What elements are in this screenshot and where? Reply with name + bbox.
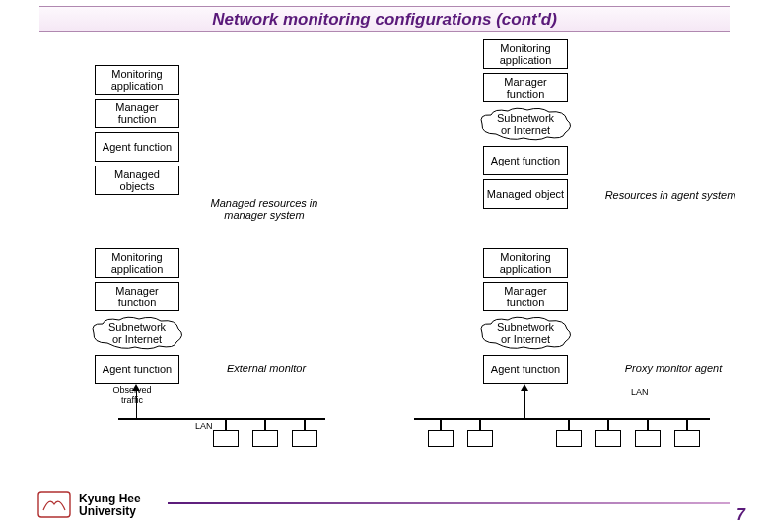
lb-lan-node-2	[252, 430, 278, 447]
lb-manager-function: Manager function	[95, 282, 179, 311]
rt-subnet-label: Subnetwork or Internet	[497, 112, 554, 136]
rb-agent-function: Agent function	[483, 355, 568, 384]
lt-manager-function: Manager function	[95, 99, 179, 128]
label-external-monitor: External monitor	[207, 363, 325, 374]
footer-divider	[168, 502, 730, 504]
label-resources-agent: Resources in agent system	[592, 189, 749, 201]
rb-lan-tick-5	[647, 418, 649, 430]
rb-lan-tick-2	[479, 418, 481, 430]
lb-lan-node-1	[213, 430, 239, 447]
rb-lan-node-4	[595, 430, 621, 447]
lb-monitoring-application: Monitoring application	[95, 248, 179, 278]
rb-monitoring-application: Monitoring application	[483, 248, 568, 278]
rt-agent-function: Agent function	[483, 146, 568, 175]
page-number: 7	[736, 506, 745, 524]
lt-agent-function: Agent function	[95, 132, 179, 162]
label-managed-resources: Managed resources in manager system	[195, 197, 333, 221]
rt-monitoring-application: Monitoring application	[483, 39, 568, 69]
rt-subnet-cloud: Subnetwork or Internet	[475, 106, 576, 142]
slide-title: Network monitoring configurations (cont'…	[39, 6, 730, 32]
lb-lan-label: LAN	[195, 422, 213, 432]
lt-managed-objects: Managed objects	[95, 166, 179, 195]
lb-lan-tick-3	[304, 418, 306, 430]
rb-lan-label: LAN	[631, 388, 649, 398]
rb-subnet-cloud: Subnetwork or Internet	[475, 315, 576, 351]
rb-lan-tick-3	[568, 418, 570, 430]
lb-lan-node-3	[292, 430, 317, 447]
rb-lan-bus	[414, 418, 710, 420]
rb-lan-node-6	[674, 430, 700, 447]
rt-manager-function: Manager function	[483, 73, 568, 102]
rb-lan-tick-4	[607, 418, 609, 430]
rb-lan-node-5	[635, 430, 661, 447]
lt-monitoring-application: Monitoring application	[95, 65, 179, 95]
university-logo-icon	[37, 491, 71, 518]
lb-lan-bus	[118, 418, 325, 420]
rb-lan-tick-1	[440, 418, 442, 430]
rb-lan-node-3	[556, 430, 582, 447]
lb-agent-function: Agent function	[95, 355, 179, 384]
university-name: Kyung Hee University	[79, 493, 141, 518]
rb-lan-tick-6	[686, 418, 688, 430]
lb-lan-tick-1	[225, 418, 227, 430]
label-proxy-monitor: Proxy monitor agent	[599, 363, 747, 374]
rb-subnet-label: Subnetwork or Internet	[497, 321, 554, 345]
rb-lan-node-1	[428, 430, 454, 447]
lb-subnet-cloud: Subnetwork or Internet	[87, 315, 187, 351]
rb-conn-arrow-icon	[521, 384, 528, 391]
rb-manager-function: Manager function	[483, 282, 568, 311]
lb-subnet-label: Subnetwork or Internet	[108, 321, 166, 345]
lb-lan-tick-2	[264, 418, 266, 430]
rt-managed-object: Managed object	[483, 179, 568, 209]
lb-traffic-arrow-icon	[132, 384, 140, 391]
rb-lan-node-2	[467, 430, 493, 447]
